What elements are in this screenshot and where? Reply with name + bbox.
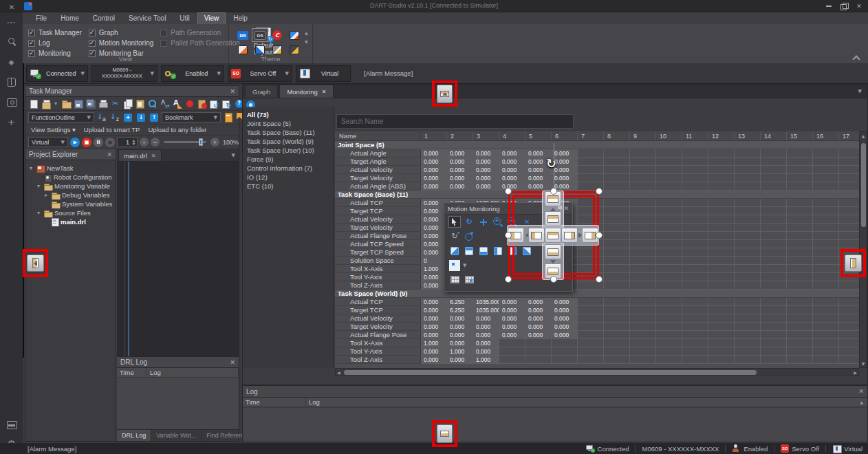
resize-handle[interactable] — [596, 232, 603, 239]
robot-selector[interactable]: M0609 -XXXXXX-MXXXX ▼ — [91, 65, 158, 82]
theme-option[interactable] — [269, 43, 285, 56]
cell[interactable] — [525, 356, 552, 364]
cell[interactable] — [630, 248, 656, 257]
cell[interactable] — [839, 158, 859, 166]
cell[interactable]: 0.000 — [499, 182, 525, 191]
cell[interactable]: 0.000 — [473, 323, 499, 331]
column-header-2[interactable]: 2 — [447, 131, 473, 141]
cell[interactable] — [761, 281, 787, 290]
link-upload-to-smart-tp[interactable]: Upload to smart TP — [84, 126, 140, 133]
column-header-14[interactable]: 14 — [761, 131, 787, 141]
cell[interactable] — [787, 174, 813, 182]
cell[interactable]: 0.000 — [525, 298, 552, 306]
search-name-input[interactable] — [336, 114, 574, 129]
cell[interactable]: 1.000 — [473, 356, 499, 364]
theme-option[interactable] — [286, 28, 303, 42]
column-header-log[interactable]: Log — [147, 368, 239, 377]
cell[interactable] — [813, 240, 839, 248]
cell[interactable] — [656, 298, 682, 306]
cell[interactable] — [787, 224, 813, 232]
cell[interactable]: 0.000 — [473, 174, 499, 182]
cell[interactable] — [630, 339, 656, 347]
cell[interactable] — [735, 281, 761, 290]
cell[interactable] — [735, 331, 761, 339]
cell[interactable] — [682, 149, 708, 158]
view-toggle-log[interactable]: Log — [28, 38, 82, 48]
find-icon[interactable] — [147, 98, 158, 109]
rotate-view-button[interactable] — [463, 216, 475, 228]
cell[interactable] — [708, 323, 735, 331]
cell[interactable] — [708, 240, 735, 248]
cell[interactable] — [656, 215, 682, 224]
refresh-page-right-icon[interactable] — [221, 98, 232, 109]
cell[interactable] — [708, 207, 735, 215]
cell[interactable] — [630, 281, 656, 290]
resize-handle[interactable] — [596, 188, 603, 195]
cell[interactable] — [682, 248, 708, 257]
cell[interactable]: 0.000 — [447, 339, 473, 347]
cell[interactable]: 1035.000 — [473, 298, 499, 306]
panel-bottom-icon[interactable] — [6, 419, 17, 430]
menu-home[interactable]: Home — [54, 13, 85, 24]
column-header-5[interactable]: 5 — [525, 131, 552, 141]
cell[interactable] — [761, 232, 787, 240]
cell[interactable] — [813, 248, 839, 257]
cell[interactable] — [630, 215, 656, 224]
cell[interactable]: 0.000 — [447, 356, 473, 364]
cell[interactable] — [630, 273, 656, 281]
cell[interactable] — [787, 232, 813, 240]
cell[interactable]: 0.000 — [499, 174, 525, 182]
cell[interactable] — [761, 207, 787, 215]
cell[interactable] — [735, 339, 761, 347]
cell[interactable] — [813, 158, 839, 166]
cell[interactable] — [735, 257, 761, 265]
cell[interactable] — [656, 273, 682, 281]
print-icon[interactable] — [98, 98, 108, 109]
cell[interactable] — [656, 166, 682, 174]
cell[interactable] — [604, 257, 630, 265]
cell[interactable] — [813, 174, 839, 182]
cell[interactable] — [708, 215, 735, 224]
cell[interactable] — [578, 331, 604, 339]
cell[interactable] — [682, 199, 708, 207]
cell[interactable] — [761, 248, 787, 257]
cell[interactable] — [761, 298, 787, 306]
cell[interactable] — [578, 174, 604, 182]
category-task-space-base-11[interactable]: Task Space (Base) (11) — [243, 128, 334, 137]
close-icon[interactable]: ✕ — [858, 388, 864, 395]
cell[interactable] — [839, 331, 859, 339]
cell[interactable] — [604, 265, 630, 273]
cell[interactable] — [813, 257, 839, 265]
scroll-down-icon[interactable]: ▼ — [305, 39, 308, 44]
cell[interactable] — [761, 339, 787, 347]
cell[interactable] — [682, 207, 708, 215]
drl-log-body[interactable] — [117, 378, 239, 429]
cell[interactable] — [656, 314, 682, 323]
dock-indicator-top[interactable] — [432, 80, 457, 107]
cell[interactable] — [735, 174, 761, 182]
safety-selector[interactable]: Enabled ▼ — [161, 65, 224, 82]
close-icon[interactable]: ✕ — [151, 153, 156, 159]
category-task-space-user-10[interactable]: Task Space (User) (10) — [243, 146, 334, 155]
cell[interactable]: 0.000 — [552, 298, 578, 306]
column-header-6[interactable]: 6 — [552, 131, 578, 141]
rotate-3d-button[interactable] — [448, 230, 461, 242]
cell[interactable] — [630, 149, 656, 158]
dock-indicator-bottom[interactable] — [432, 420, 457, 447]
cell[interactable]: 0.000 — [552, 323, 578, 331]
cell[interactable]: 0.000 — [447, 166, 473, 174]
cell[interactable] — [761, 356, 787, 364]
cell[interactable] — [656, 347, 682, 356]
cell[interactable] — [787, 347, 813, 356]
cell[interactable] — [839, 356, 859, 364]
cell[interactable] — [682, 232, 708, 240]
cell[interactable] — [761, 174, 787, 182]
cell[interactable]: 0.000 — [447, 158, 473, 166]
cell[interactable] — [630, 182, 656, 191]
cell[interactable] — [839, 240, 859, 248]
cell[interactable] — [761, 306, 787, 314]
cell[interactable] — [682, 306, 708, 314]
cell[interactable] — [787, 149, 813, 158]
open-icon[interactable] — [41, 98, 51, 109]
cell[interactable] — [761, 265, 787, 273]
